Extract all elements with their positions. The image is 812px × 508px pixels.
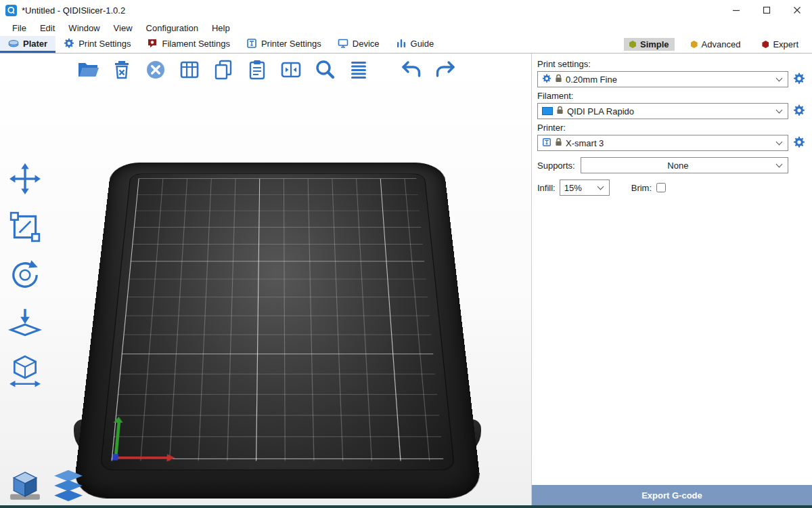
lock-icon: [556, 106, 564, 117]
print-settings-label: Print settings:: [537, 59, 807, 69]
split-icon[interactable]: [279, 58, 303, 82]
menu-help[interactable]: Help: [205, 22, 237, 35]
print-settings-value: 0.20mm Fine: [566, 75, 771, 85]
infill-select[interactable]: 15%: [560, 179, 610, 196]
settings-sidebar: Print settings: 0.20mm Fine Filament:: [531, 54, 812, 508]
tab-printer-settings-label: Printer Settings: [261, 39, 321, 49]
tab-plater[interactable]: Plater: [0, 36, 55, 53]
tab-plater-label: Plater: [23, 39, 47, 49]
chevron-down-icon: [776, 139, 783, 146]
maximize-button[interactable]: [751, 0, 782, 20]
guide-icon: [396, 38, 407, 49]
paste-icon[interactable]: [245, 58, 269, 82]
gear-icon: [542, 74, 551, 85]
preview-view-icon[interactable]: [51, 469, 85, 503]
tab-guide[interactable]: Guide: [388, 36, 443, 53]
menu-edit[interactable]: Edit: [33, 22, 62, 35]
mode-simple-label: Simple: [640, 39, 669, 49]
simple-mode-icon: [629, 41, 636, 48]
mode-simple[interactable]: Simple: [624, 38, 675, 51]
tab-bar: Plater Print Settings Filament Settings …: [0, 36, 812, 54]
layers-icon[interactable]: [346, 58, 371, 82]
title-bar: *Untitled - QIDISlicer-1.0.2: [0, 0, 812, 20]
mode-advanced[interactable]: Advanced: [685, 38, 746, 51]
printer-icon: [542, 137, 551, 149]
redo-icon[interactable]: [433, 58, 457, 82]
z-axis-indicator: [112, 454, 118, 460]
chevron-down-icon: [776, 107, 783, 114]
brim-label: Brim:: [631, 183, 652, 193]
search-icon[interactable]: [313, 58, 337, 82]
menu-file[interactable]: File: [5, 22, 33, 35]
menu-window[interactable]: Window: [62, 22, 106, 35]
tab-filament-settings-label: Filament Settings: [162, 39, 229, 49]
window-title: *Untitled - QIDISlicer-1.0.2: [22, 5, 125, 16]
print-settings-icon: [64, 38, 74, 49]
editor-view-icon[interactable]: [8, 469, 42, 503]
filament-value: QIDI PLA Rapido: [567, 106, 771, 117]
measure-icon[interactable]: [8, 354, 42, 388]
print-settings-select[interactable]: 0.20mm Fine: [537, 71, 788, 87]
tab-device-label: Device: [353, 39, 380, 49]
menu-view[interactable]: View: [107, 22, 139, 35]
plater-icon: [8, 38, 19, 49]
minimize-button[interactable]: [721, 0, 751, 20]
undo-icon[interactable]: [399, 58, 424, 82]
copy-icon[interactable]: [211, 58, 235, 82]
x-axis-indicator: [114, 457, 166, 459]
lock-icon: [555, 137, 562, 148]
place-on-face-icon[interactable]: [8, 306, 42, 340]
tab-guide-label: Guide: [411, 39, 434, 49]
main-area: Print settings: 0.20mm Fine Filament:: [0, 54, 812, 508]
mode-advanced-label: Advanced: [702, 39, 741, 49]
rotate-icon[interactable]: [8, 258, 42, 292]
tab-device[interactable]: Device: [330, 36, 388, 53]
gizmo-toolbar: [8, 162, 42, 388]
chevron-down-icon: [776, 161, 783, 168]
print-bed: [64, 147, 491, 508]
tab-print-settings[interactable]: Print Settings: [55, 36, 139, 53]
move-icon[interactable]: [8, 162, 42, 196]
printer-label: Printer:: [537, 123, 807, 133]
x-axis-arrow: [166, 454, 175, 461]
tab-printer-settings[interactable]: Printer Settings: [238, 36, 330, 53]
open-icon[interactable]: [76, 58, 100, 82]
supports-select[interactable]: None: [581, 157, 788, 173]
brim-checkbox[interactable]: [656, 183, 666, 192]
undo-redo-group: [399, 58, 457, 82]
close-button[interactable]: [782, 0, 812, 20]
expert-mode-icon: [762, 41, 769, 48]
chevron-down-icon: [776, 75, 783, 82]
filament-select[interactable]: QIDI PLA Rapido: [537, 103, 788, 119]
advanced-mode-icon: [691, 41, 698, 48]
menu-configuration[interactable]: Configuration: [139, 22, 205, 35]
arrange-icon[interactable]: [177, 58, 202, 82]
printer-select[interactable]: X-smart 3: [537, 135, 788, 151]
delete-icon[interactable]: [110, 58, 134, 82]
print-settings-gear-button[interactable]: [792, 72, 807, 87]
lock-icon: [555, 74, 562, 85]
mode-expert[interactable]: Expert: [757, 38, 804, 51]
printer-value: X-smart 3: [566, 138, 771, 148]
scale-icon[interactable]: [8, 210, 42, 244]
tab-filament-settings[interactable]: Filament Settings: [139, 36, 238, 53]
bed-frame: [72, 163, 482, 499]
device-icon: [338, 38, 348, 49]
filament-color-swatch: [542, 107, 553, 115]
supports-value: None: [585, 161, 771, 171]
printer-gear-button[interactable]: [792, 135, 807, 150]
bed-grid: [112, 179, 444, 461]
filament-gear-button[interactable]: [792, 104, 807, 119]
bed-surface: [100, 174, 455, 471]
3d-viewport[interactable]: [0, 54, 531, 508]
printer-settings-icon: [246, 38, 257, 49]
export-gcode-button[interactable]: Export G-code: [532, 485, 812, 505]
chevron-down-icon: [597, 184, 604, 190]
mode-selector: Simple Advanced Expert: [624, 36, 812, 53]
infill-label: Infill:: [537, 183, 556, 193]
infill-value: 15%: [564, 183, 592, 193]
filament-label: Filament:: [537, 91, 807, 101]
window-bottom-edge: [0, 505, 812, 508]
delete-all-icon[interactable]: [143, 58, 168, 82]
y-axis-arrow: [114, 417, 124, 423]
